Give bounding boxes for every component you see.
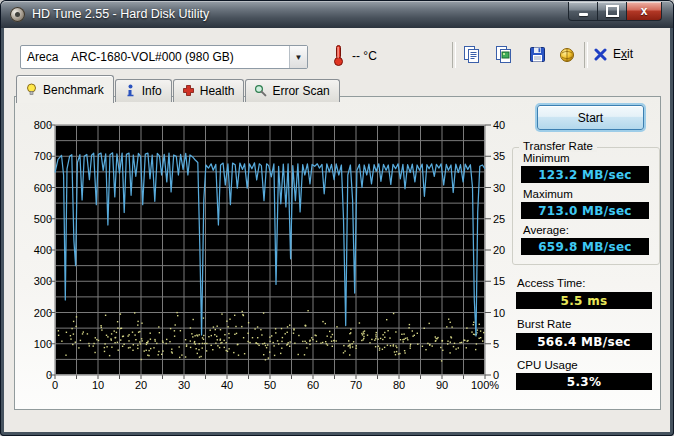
right-axis-tick: 10 — [493, 307, 505, 319]
web-icon[interactable] — [558, 45, 577, 64]
info-icon — [124, 84, 137, 97]
maximum-label: Maximum — [523, 188, 573, 200]
right-axis-tick: 30 — [493, 182, 505, 194]
caption-buttons: x — [568, 2, 662, 21]
tab-label: Benchmark — [43, 83, 104, 97]
right-axis-tick: 25 — [493, 213, 505, 225]
right-axis-tick: 35 — [493, 150, 505, 162]
health-cross-icon — [182, 84, 195, 97]
chart-canvas — [47, 125, 493, 383]
tab-benchmark[interactable]: Benchmark — [16, 75, 114, 103]
copy-image-icon[interactable] — [494, 45, 513, 64]
maximum-value: 713.0 MB/sec — [521, 202, 649, 219]
burst-rate-value: 566.4 MB/sec — [516, 333, 652, 350]
exit-button[interactable]: Exit — [594, 47, 633, 61]
magnifier-icon — [254, 84, 267, 97]
start-button[interactable]: Start — [537, 105, 644, 130]
copy-text-icon[interactable] — [462, 45, 481, 64]
app-icon — [10, 7, 25, 22]
benchmark-chart — [55, 125, 485, 375]
exit-label: Exit — [613, 47, 633, 61]
tab-label: Health — [200, 84, 235, 98]
tab-health[interactable]: Health — [173, 79, 245, 102]
maximize-icon — [606, 5, 619, 17]
thermometer-icon — [331, 44, 345, 67]
tab-error-scan[interactable]: Error Scan — [245, 79, 339, 102]
window-title: HD Tune 2.55 - Hard Disk Utility — [32, 7, 209, 21]
burst-rate-label: Burst Rate — [517, 318, 571, 330]
transfer-rate-group-title: Transfer Rate — [519, 140, 597, 152]
titlebar[interactable]: HD Tune 2.55 - Hard Disk Utility x — [1, 1, 673, 28]
app-window: HD Tune 2.55 - Hard Disk Utility x Areca… — [0, 0, 674, 436]
left-axis-ticks: 8007006005004003002001000 — [10, 125, 52, 375]
tab-info[interactable]: Info — [115, 79, 172, 102]
temperature-value: -- °C — [352, 49, 377, 63]
right-axis-tick: 15 — [493, 275, 505, 287]
tabstrip: Benchmark Info Health Error Scan — [16, 75, 341, 102]
right-axis-tick: 5 — [493, 338, 499, 350]
exit-x-icon — [594, 48, 607, 61]
toolbar-separator — [452, 42, 456, 68]
maximize-button[interactable] — [598, 2, 626, 21]
chevron-down-icon[interactable]: ▼ — [289, 46, 307, 68]
minimize-icon — [579, 13, 588, 16]
close-button[interactable]: x — [626, 2, 662, 21]
drive-select-value: Areca ARC-1680-VOL#000 (980 GB) — [21, 50, 289, 64]
start-button-label: Start — [578, 111, 603, 125]
right-axis-tick: 40 — [493, 119, 505, 131]
access-time-value: 5.5 ms — [516, 292, 652, 309]
cpu-usage-label: CPU Usage — [517, 359, 578, 371]
toolbar-separator — [584, 42, 588, 68]
average-label: Average: — [523, 224, 569, 236]
access-time-label: Access Time: — [517, 277, 585, 289]
minimum-label: Minimum — [523, 152, 570, 164]
save-icon[interactable] — [528, 45, 547, 64]
drive-select[interactable]: Areca ARC-1680-VOL#000 (980 GB) ▼ — [20, 45, 308, 69]
cpu-usage-value: 5.3% — [516, 373, 652, 390]
average-value: 659.8 MB/sec — [521, 238, 649, 255]
lightbulb-icon — [25, 83, 38, 96]
tab-label: Info — [142, 84, 162, 98]
right-axis-tick: 20 — [493, 244, 505, 256]
minimum-value: 123.2 MB/sec — [521, 166, 649, 183]
minimize-button[interactable] — [568, 2, 598, 21]
tab-label: Error Scan — [272, 84, 329, 98]
